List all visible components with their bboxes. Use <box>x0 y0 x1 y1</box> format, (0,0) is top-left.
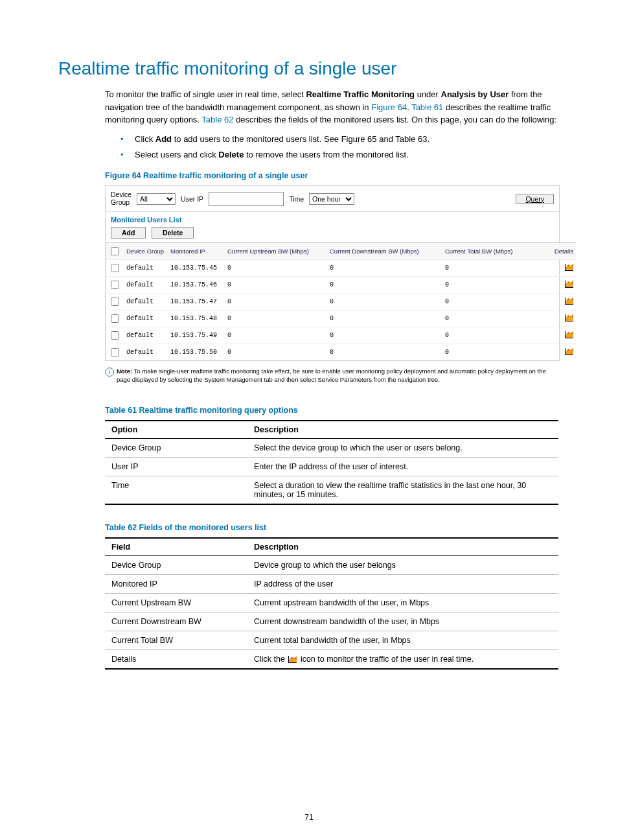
cell-upstream: 0 <box>225 294 327 310</box>
cell-option: Time <box>105 476 247 504</box>
row-checkbox[interactable] <box>111 281 119 289</box>
note-block: i Note: To make single-user realtime tra… <box>105 368 558 384</box>
cell-field: Current Upstream BW <box>105 593 247 612</box>
table-row: default10.153.75.45000 <box>106 260 576 277</box>
cell-device-group: default <box>124 277 168 294</box>
cell-monitored-ip: 10.153.75.50 <box>168 344 225 361</box>
select-all-checkbox[interactable] <box>111 247 119 255</box>
row-checkbox[interactable] <box>111 298 119 306</box>
page-title: Realtime traffic monitoring of a single … <box>58 58 560 79</box>
t61-head-option: Option <box>105 421 247 439</box>
details-chart-icon[interactable] <box>565 331 573 338</box>
cell-description: Current total bandwidth of the user, in … <box>247 631 558 649</box>
intro-paragraph: To monitor the traffic of single user in… <box>58 88 560 126</box>
cell-description: Current upstream bandwidth of the user, … <box>247 593 558 612</box>
cell-option: User IP <box>105 457 247 476</box>
cell-monitored-ip: 10.153.75.47 <box>168 294 225 310</box>
cell-upstream: 0 <box>225 260 327 277</box>
row-checkbox[interactable] <box>111 314 119 323</box>
cell-device-group: default <box>124 260 168 277</box>
cell-device-group: default <box>124 344 168 361</box>
device-group-select[interactable]: All <box>137 193 176 205</box>
list-item: Click Add to add users to the monitored … <box>120 133 560 146</box>
page-number: 71 <box>0 813 618 822</box>
cell-downstream: 0 <box>327 277 442 294</box>
table-62-caption: Table 62 Fields of the monitored users l… <box>105 523 560 532</box>
details-chart-icon[interactable] <box>565 348 573 355</box>
row-checkbox[interactable] <box>111 331 119 340</box>
cell-total: 0 <box>442 310 538 327</box>
details-chart-icon <box>288 656 297 663</box>
cell-description: Select a duration to view the realtime t… <box>247 476 558 504</box>
cell-field: Device Group <box>105 555 247 574</box>
time-select[interactable]: One hour <box>309 193 354 205</box>
cell-description: IP address of the user <box>247 574 558 593</box>
cell-monitored-ip: 10.153.75.49 <box>168 327 225 344</box>
header-details: Details <box>538 243 576 260</box>
table-row: Current Downstream BWCurrent downstream … <box>105 612 558 631</box>
table-row: Device GroupSelect the device group to w… <box>105 438 558 457</box>
select-all-header[interactable] <box>106 243 124 260</box>
ui-screenshot: Device Group All User IP Time One hour Q… <box>105 185 560 361</box>
table-row: default10.153.75.46000 <box>106 277 576 294</box>
table-row: default10.153.75.48000 <box>106 310 576 327</box>
header-monitored-ip: Monitored IP <box>168 243 225 260</box>
cell-monitored-ip: 10.153.75.48 <box>168 310 225 327</box>
cell-description: Select the device group to which the use… <box>247 438 558 457</box>
cell-field: Details <box>105 649 247 669</box>
header-upstream: Current Upstream BW (Mbps) <box>225 243 327 260</box>
cell-monitored-ip: 10.153.75.45 <box>168 260 225 277</box>
cell-device-group: default <box>124 310 168 327</box>
add-button[interactable]: Add <box>111 227 146 239</box>
cell-downstream: 0 <box>327 260 442 277</box>
table-row: default10.153.75.47000 <box>106 294 576 310</box>
cell-total: 0 <box>442 327 538 344</box>
details-chart-icon[interactable] <box>565 281 573 288</box>
monitored-users-table: Device Group Monitored IP Current Upstre… <box>106 242 576 360</box>
details-chart-icon[interactable] <box>565 298 573 305</box>
cell-upstream: 0 <box>225 277 327 294</box>
cell-monitored-ip: 10.153.75.46 <box>168 277 225 294</box>
device-group-label: Device Group <box>111 191 132 206</box>
row-checkbox[interactable] <box>111 348 119 356</box>
cell-total: 0 <box>442 277 538 294</box>
user-ip-input[interactable] <box>209 192 284 206</box>
cell-device-group: default <box>124 294 168 310</box>
header-total: Current Total BW (Mbps) <box>442 243 538 260</box>
table-row: DetailsClick the icon to monitor the tra… <box>105 649 558 669</box>
cell-upstream: 0 <box>225 327 327 344</box>
table-62: Field Description Device GroupDevice gro… <box>105 537 558 670</box>
cell-field: Current Downstream BW <box>105 612 247 631</box>
cell-description: Enter the IP address of the user of inte… <box>247 457 558 476</box>
cell-description: Click the icon to monitor the traffic of… <box>247 649 558 669</box>
table-61-caption: Table 61 Realtime traffic monitoring que… <box>105 406 560 415</box>
header-device-group: Device Group <box>124 243 168 260</box>
cell-downstream: 0 <box>327 310 442 327</box>
query-button[interactable]: Query <box>516 194 554 204</box>
cell-description: Current downstream bandwidth of the user… <box>247 612 558 631</box>
monitored-users-title: Monitored Users List <box>106 211 559 226</box>
info-icon: i <box>105 368 114 377</box>
cell-downstream: 0 <box>327 327 442 344</box>
table-row: Device GroupDevice group to which the us… <box>105 555 558 574</box>
cell-downstream: 0 <box>327 344 442 361</box>
note-label: Note: <box>117 368 132 375</box>
time-label: Time <box>289 195 304 203</box>
delete-button[interactable]: Delete <box>152 227 194 239</box>
bullet-list: Click Add to add users to the monitored … <box>58 133 560 163</box>
details-chart-icon[interactable] <box>565 264 573 271</box>
cell-total: 0 <box>442 344 538 361</box>
note-text: To make single-user realtime traffic mon… <box>117 368 546 382</box>
table-row: Current Upstream BWCurrent upstream band… <box>105 593 558 612</box>
cell-device-group: default <box>124 327 168 344</box>
list-item: Select users and click Delete to remove … <box>120 148 560 162</box>
cell-downstream: 0 <box>327 294 442 310</box>
table-row: Monitored IPIP address of the user <box>105 574 558 593</box>
t62-head-field: Field <box>105 538 247 556</box>
row-checkbox[interactable] <box>111 264 119 272</box>
header-downstream: Current Downstream BW (Mbps) <box>327 243 442 260</box>
details-chart-icon[interactable] <box>565 314 573 321</box>
table-61: Option Description Device GroupSelect th… <box>105 420 558 505</box>
cell-option: Device Group <box>105 438 247 457</box>
table-row: User IPEnter the IP address of the user … <box>105 457 558 476</box>
